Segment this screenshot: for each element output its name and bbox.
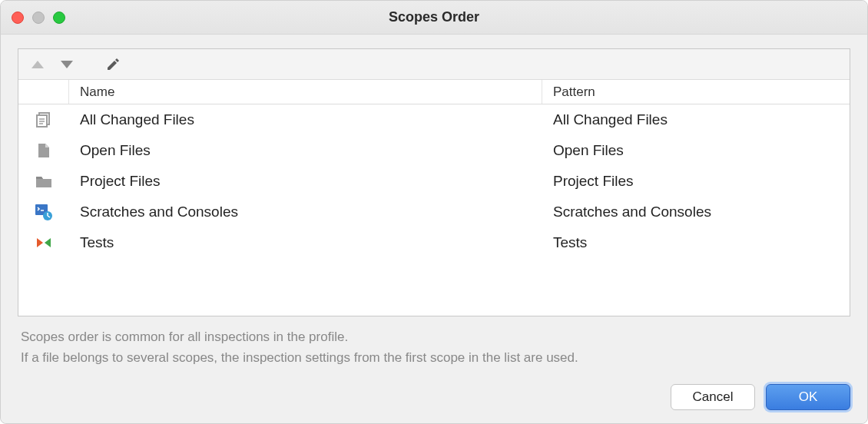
dialog-content: Name Pattern All Changed Files bbox=[1, 35, 867, 371]
toolbar bbox=[18, 49, 850, 80]
table-row[interactable]: Project Files Project Files bbox=[18, 166, 850, 197]
close-window-button[interactable] bbox=[12, 12, 24, 24]
scope-pattern: Project Files bbox=[542, 173, 850, 190]
scope-pattern: All Changed Files bbox=[542, 111, 850, 128]
table-body: All Changed Files All Changed Files Open… bbox=[18, 104, 850, 316]
cancel-button[interactable]: Cancel bbox=[671, 384, 755, 410]
dialog-window: Scopes Order Na bbox=[0, 0, 868, 424]
table-header: Name Pattern bbox=[18, 80, 850, 104]
scope-name: Project Files bbox=[69, 173, 542, 190]
edit-button[interactable] bbox=[100, 53, 126, 76]
scratches-icon bbox=[18, 204, 69, 220]
move-up-button[interactable] bbox=[25, 53, 51, 76]
table-row[interactable]: All Changed Files All Changed Files bbox=[18, 104, 850, 135]
changed-files-icon bbox=[18, 111, 69, 128]
scopes-panel: Name Pattern All Changed Files bbox=[18, 48, 850, 316]
column-icon bbox=[18, 80, 69, 104]
table-row[interactable]: Open Files Open Files bbox=[18, 135, 850, 166]
scope-name: Scratches and Consoles bbox=[69, 204, 542, 220]
maximize-window-button[interactable] bbox=[53, 12, 65, 24]
folder-icon bbox=[18, 174, 69, 188]
svg-marker-0 bbox=[31, 61, 44, 68]
move-down-button[interactable] bbox=[54, 53, 80, 76]
hint-line-2: If a file belongs to several scopes, the… bbox=[21, 348, 847, 368]
window-controls bbox=[12, 12, 65, 24]
svg-marker-12 bbox=[37, 238, 43, 247]
minimize-window-button[interactable] bbox=[32, 12, 45, 24]
scope-pattern: Open Files bbox=[542, 142, 850, 159]
titlebar: Scopes Order bbox=[1, 1, 867, 35]
window-title: Scopes Order bbox=[1, 9, 867, 25]
svg-marker-1 bbox=[61, 61, 73, 68]
scope-name: Tests bbox=[69, 234, 542, 251]
table-row[interactable]: Tests Tests bbox=[18, 227, 850, 258]
hint-line-1: Scopes order is common for all inspectio… bbox=[21, 327, 847, 347]
table-row[interactable]: Scratches and Consoles Scratches and Con… bbox=[18, 197, 850, 227]
scope-name: All Changed Files bbox=[69, 111, 542, 128]
tests-icon bbox=[18, 235, 69, 250]
hint-text: Scopes order is common for all inspectio… bbox=[18, 316, 850, 371]
svg-marker-13 bbox=[45, 238, 51, 247]
scope-name: Open Files bbox=[69, 142, 542, 159]
scope-pattern: Scratches and Consoles bbox=[542, 204, 850, 220]
dialog-footer: Cancel OK bbox=[1, 371, 867, 423]
column-pattern[interactable]: Pattern bbox=[542, 80, 850, 104]
scope-pattern: Tests bbox=[542, 234, 850, 251]
ok-button[interactable]: OK bbox=[766, 384, 850, 410]
column-name[interactable]: Name bbox=[69, 80, 542, 104]
open-file-icon bbox=[18, 142, 69, 159]
